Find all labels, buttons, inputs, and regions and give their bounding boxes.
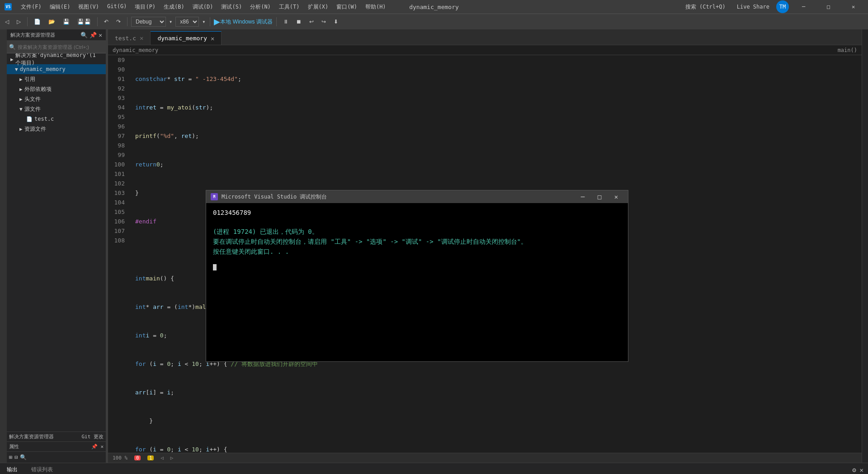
nav-arrows-left[interactable]: ◁ [160,455,164,461]
menu-debug[interactable]: 调试(D) [189,2,217,12]
live-share-btn[interactable]: Live Share [737,4,769,10]
toolbar-extra-1[interactable]: ⏸ [280,16,291,27]
console-maximize-btn[interactable]: □ [592,192,607,201]
ln-106: 106 [108,217,128,226]
start-debug-btn[interactable]: ▶ 本地 Windows 调试器 [214,17,272,27]
menu-git[interactable]: Git(G) [104,2,130,12]
properties-pin-icon[interactable]: 📌 [91,444,98,450]
close-testc-tab[interactable]: ✕ [140,34,143,42]
right-scrollbar[interactable] [862,29,868,463]
sidebar-pin-icon[interactable]: 📌 [90,32,97,38]
menu-extensions[interactable]: 扩展(X) [304,2,332,12]
line-numbers: 89 90 91 92 93 94 95 96 97 98 99 100 101… [108,55,131,453]
tab-dynamic-memory[interactable]: dynamic_memory ✕ [151,31,222,45]
menu-window[interactable]: 窗口(W) [333,2,361,12]
menu-test[interactable]: 测试(S) [217,2,245,12]
search-box[interactable]: 搜索 (Ctrl+Q) [685,3,726,11]
tree-source[interactable]: ▼ 源文件 [7,104,106,114]
sidebar-close-icon[interactable]: ✕ [99,32,102,38]
toolbar-extra-3[interactable]: ↩ [307,16,316,27]
warning-badge[interactable]: 1 [147,455,154,460]
tree-external-deps[interactable]: ▶ 外部依赖项 [7,84,106,94]
sidebar-search-input[interactable] [18,44,104,50]
vs-console-icon: M [211,193,218,200]
menu-view[interactable]: 视图(V) [75,2,103,12]
menu-project[interactable]: 项目(P) [131,2,159,12]
zoom-level[interactable]: 100 % [113,455,127,461]
project-folder-icon: ▼ [15,66,18,72]
nav-forward-btn[interactable]: ▷ [14,16,24,27]
ln-99: 99 [108,150,128,160]
sidebar-header-icons: 🔍 📌 ✕ [80,32,102,38]
menu-help[interactable]: 帮助(H) [362,2,390,12]
titlebar-right: 搜索 (Ctrl+Q) Live Share TM ─ □ ✕ [685,0,863,14]
properties-close-icon[interactable]: ✕ [100,444,104,450]
toolbar-extra-4[interactable]: ↪ [319,16,329,27]
toolbar-extra-2[interactable]: ⏹ [293,16,304,27]
toolbar: ◁ ▷ 📄 📂 💾 💾💾 ↶ ↷ Debug Release ▾ x86 x64… [0,14,868,29]
editor-scrollbar[interactable] [855,55,862,453]
menu-analyze[interactable]: 分析(N) [246,2,274,12]
menu-tools[interactable]: 工具(T) [275,2,303,12]
new-file-btn[interactable]: 📄 [31,16,43,27]
code-line-91: printf("%d", ret); [135,131,851,141]
console-close-btn[interactable]: ✕ [609,192,623,201]
tree-testc[interactable]: 📄 test.c [7,114,106,124]
ln-105: 105 [108,207,128,217]
close-dynamic-tab[interactable]: ✕ [211,35,214,42]
panel-header: 输出 错误列表 ⚙ ✕ [0,463,868,474]
source-icon: ▼ [19,106,23,112]
open-file-btn[interactable]: 📂 [46,16,58,27]
menu-build[interactable]: 生成(B) [160,2,188,12]
console-minimize-btn[interactable]: ─ [576,192,590,201]
sidebar-tab-solution[interactable]: 解决方案资源管理器 [9,433,54,440]
panel-tab-output[interactable]: 输出 [0,463,24,474]
platform-dropdown[interactable]: x86 x64 [175,17,199,27]
user-avatar[interactable]: TM [776,0,789,13]
console-titlebar: M Microsoft Visual Studio 调试控制台 ─ □ ✕ [206,190,628,203]
tree-references[interactable]: ▶ 引用 [7,74,106,84]
console-cursor-area [213,263,621,270]
toolbar-sep-2 [97,17,98,26]
error-badge[interactable]: 0 [134,455,141,460]
panel-close-icon[interactable]: ✕ [860,466,863,474]
toolbar-sep-1 [27,17,28,26]
property-icon-2[interactable]: ⊟ [14,454,18,460]
file-c-icon: 📄 [26,116,33,122]
panel-settings-icon[interactable]: ⚙ [852,466,856,474]
tree-headers[interactable]: ▶ 头文件 [7,94,106,104]
property-icon-3[interactable]: 🔍 [20,454,27,460]
code-line-101: } [135,416,851,426]
nav-back-btn[interactable]: ◁ [2,16,12,27]
tab-testc[interactable]: test.c ✕ [108,31,151,45]
nav-arrows-right[interactable]: ▷ [170,455,174,461]
menu-edit[interactable]: 编辑(E) [46,2,74,12]
property-toolbar: ⊞ ⊟ 🔍 [9,454,104,460]
source-label: 源文件 [24,105,41,113]
tree-solution[interactable]: ▶ 解决方案'dynamic_memory'(1 个项目) [7,54,106,64]
menu-bar: 文件(F) 编辑(E) 视图(V) Git(G) 项目(P) 生成(B) 调试(… [17,2,390,12]
redo-btn[interactable]: ↷ [113,16,123,27]
property-icon-1[interactable]: ⊞ [9,454,12,460]
close-button[interactable]: ✕ [843,0,863,14]
sidebar-tab-git[interactable]: Git 更改 [82,433,104,440]
editor-breadcrumb: dynamic_memory main() [108,45,862,55]
tree-resources[interactable]: ▶ 资源文件 [7,124,106,134]
maximize-button[interactable]: □ [818,0,839,14]
save-all-btn[interactable]: 💾💾 [75,16,94,27]
undo-btn[interactable]: ↶ [101,16,111,27]
panel-tab-errorlist[interactable]: 错误列表 [24,463,60,474]
titlebar-left: VS 文件(F) 编辑(E) 视图(V) Git(G) 项目(P) 生成(B) … [5,2,390,12]
code-line-102: for (i = 0; i < 10; i++) { [135,445,851,453]
toolbar-extra-5[interactable]: ⬇ [331,16,341,27]
console-anykey-line: 按任意键关闭此窗口. . . [213,246,621,256]
minimize-button[interactable]: ─ [793,0,814,14]
sidebar-search-bar[interactable]: 🔍 [7,41,106,53]
debug-config-dropdown[interactable]: Debug Release [131,17,166,27]
console-content[interactable]: 0123456789 (进程 19724) 已退出，代码为 0。 要在调试停止时… [206,203,628,361]
toolbar-sep-3 [127,17,127,26]
sidebar-tab-bar: 解决方案资源管理器 Git 更改 [7,432,106,442]
save-btn[interactable]: 💾 [60,16,72,27]
sidebar-search-icon[interactable]: 🔍 [80,32,88,38]
menu-file[interactable]: 文件(F) [17,2,45,12]
